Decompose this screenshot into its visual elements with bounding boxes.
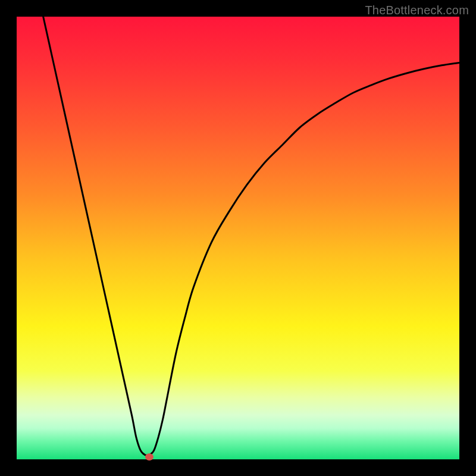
attribution-text: TheBottleneck.com <box>365 4 469 17</box>
gradient-background <box>17 17 459 459</box>
bottleneck-chart <box>17 17 459 459</box>
chart-frame <box>17 17 459 459</box>
optimum-marker <box>145 453 154 461</box>
